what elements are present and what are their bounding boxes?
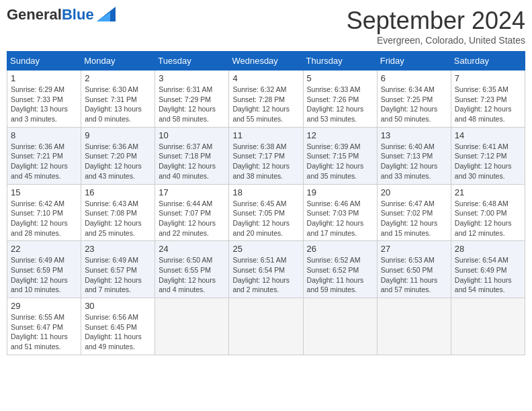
day-number: 6 [381,73,447,83]
calendar-week-row: 29Sunrise: 6:55 AM Sunset: 6:47 PM Dayli… [7,298,525,355]
logo-blue: Blue [62,6,94,23]
weekday-header: Wednesday [229,52,303,71]
day-info: Sunrise: 6:48 AM Sunset: 7:00 PM Dayligh… [455,199,521,238]
day-number: 28 [455,244,521,254]
day-number: 22 [11,244,77,254]
day-info: Sunrise: 6:36 AM Sunset: 7:20 PM Dayligh… [85,142,151,181]
day-info: Sunrise: 6:36 AM Sunset: 7:21 PM Dayligh… [11,142,77,181]
calendar-cell: 18Sunrise: 6:45 AM Sunset: 7:05 PM Dayli… [229,184,303,241]
day-info: Sunrise: 6:49 AM Sunset: 6:59 PM Dayligh… [11,255,77,295]
calendar-table: SundayMondayTuesdayWednesdayThursdayFrid… [7,51,525,355]
page-header: GeneralBlue September 2024 Evergreen, Co… [7,7,525,46]
calendar-cell [377,298,451,355]
weekday-header-row: SundayMondayTuesdayWednesdayThursdayFrid… [7,52,525,71]
calendar-cell: 26Sunrise: 6:52 AM Sunset: 6:52 PM Dayli… [303,241,377,298]
day-number: 17 [159,187,225,197]
calendar-cell [451,298,525,355]
calendar-cell: 23Sunrise: 6:49 AM Sunset: 6:57 PM Dayli… [81,241,155,298]
calendar-cell: 10Sunrise: 6:37 AM Sunset: 7:18 PM Dayli… [155,127,229,184]
day-number: 24 [159,244,225,254]
day-number: 19 [307,187,373,197]
day-info: Sunrise: 6:51 AM Sunset: 6:54 PM Dayligh… [232,255,299,295]
calendar-cell: 12Sunrise: 6:39 AM Sunset: 7:15 PM Dayli… [303,127,377,184]
calendar-cell: 29Sunrise: 6:55 AM Sunset: 6:47 PM Dayli… [7,298,81,355]
day-number: 29 [11,301,77,311]
day-info: Sunrise: 6:39 AM Sunset: 7:15 PM Dayligh… [307,142,373,181]
day-info: Sunrise: 6:37 AM Sunset: 7:18 PM Dayligh… [159,142,225,181]
day-info: Sunrise: 6:29 AM Sunset: 7:33 PM Dayligh… [11,85,77,124]
day-number: 9 [85,130,151,140]
calendar-cell: 1Sunrise: 6:29 AM Sunset: 7:33 PM Daylig… [7,71,81,128]
logo-icon [97,7,116,21]
day-number: 1 [11,73,77,83]
calendar-cell: 5Sunrise: 6:33 AM Sunset: 7:26 PM Daylig… [303,71,377,128]
day-info: Sunrise: 6:52 AM Sunset: 6:52 PM Dayligh… [307,255,373,295]
day-number: 27 [381,244,447,254]
day-info: Sunrise: 6:47 AM Sunset: 7:02 PM Dayligh… [381,199,447,238]
day-number: 20 [381,187,447,197]
calendar-cell: 13Sunrise: 6:40 AM Sunset: 7:13 PM Dayli… [377,127,451,184]
day-info: Sunrise: 6:41 AM Sunset: 7:12 PM Dayligh… [455,142,521,181]
calendar-cell: 11Sunrise: 6:38 AM Sunset: 7:17 PM Dayli… [229,127,303,184]
day-number: 10 [159,130,225,140]
calendar-week-row: 22Sunrise: 6:49 AM Sunset: 6:59 PM Dayli… [7,241,525,298]
day-info: Sunrise: 6:42 AM Sunset: 7:10 PM Dayligh… [11,199,77,238]
weekday-header: Tuesday [155,52,229,71]
calendar-cell: 28Sunrise: 6:54 AM Sunset: 6:49 PM Dayli… [451,241,525,298]
calendar-cell: 21Sunrise: 6:48 AM Sunset: 7:00 PM Dayli… [451,184,525,241]
calendar-cell: 24Sunrise: 6:50 AM Sunset: 6:55 PM Dayli… [155,241,229,298]
calendar-cell: 17Sunrise: 6:44 AM Sunset: 7:07 PM Dayli… [155,184,229,241]
day-number: 14 [455,130,521,140]
day-info: Sunrise: 6:43 AM Sunset: 7:08 PM Dayligh… [85,199,151,238]
day-info: Sunrise: 6:30 AM Sunset: 7:31 PM Dayligh… [85,85,151,124]
logo: GeneralBlue [7,7,116,23]
day-number: 11 [232,130,299,140]
day-info: Sunrise: 6:31 AM Sunset: 7:29 PM Dayligh… [159,85,225,124]
calendar-cell [229,298,303,355]
day-number: 21 [455,187,521,197]
day-info: Sunrise: 6:33 AM Sunset: 7:26 PM Dayligh… [307,85,373,124]
day-number: 3 [159,73,225,83]
calendar-cell: 9Sunrise: 6:36 AM Sunset: 7:20 PM Daylig… [81,127,155,184]
day-number: 15 [11,187,77,197]
calendar-cell: 30Sunrise: 6:56 AM Sunset: 6:45 PM Dayli… [81,298,155,355]
logo-text: GeneralBlue [7,7,94,23]
day-number: 16 [85,187,151,197]
day-number: 8 [11,130,77,140]
calendar-cell: 27Sunrise: 6:53 AM Sunset: 6:50 PM Dayli… [377,241,451,298]
day-number: 18 [232,187,299,197]
weekday-header: Thursday [303,52,377,71]
day-info: Sunrise: 6:49 AM Sunset: 6:57 PM Dayligh… [85,255,151,295]
day-info: Sunrise: 6:46 AM Sunset: 7:03 PM Dayligh… [307,199,373,238]
location-subtitle: Evergreen, Colorado, United States [347,35,525,46]
day-info: Sunrise: 6:56 AM Sunset: 6:45 PM Dayligh… [85,312,151,352]
weekday-header: Saturday [451,52,525,71]
day-info: Sunrise: 6:35 AM Sunset: 7:23 PM Dayligh… [455,85,521,124]
logo-general: General [7,6,62,23]
calendar-week-row: 15Sunrise: 6:42 AM Sunset: 7:10 PM Dayli… [7,184,525,241]
calendar-week-row: 1Sunrise: 6:29 AM Sunset: 7:33 PM Daylig… [7,71,525,128]
month-title: September 2024 [347,7,525,35]
day-info: Sunrise: 6:32 AM Sunset: 7:28 PM Dayligh… [232,85,299,124]
day-info: Sunrise: 6:55 AM Sunset: 6:47 PM Dayligh… [11,312,77,352]
day-number: 7 [455,73,521,83]
calendar-cell: 14Sunrise: 6:41 AM Sunset: 7:12 PM Dayli… [451,127,525,184]
weekday-header: Monday [81,52,155,71]
title-area: September 2024 Evergreen, Colorado, Unit… [347,7,525,46]
calendar-cell [155,298,229,355]
calendar-cell: 4Sunrise: 6:32 AM Sunset: 7:28 PM Daylig… [229,71,303,128]
weekday-header: Sunday [7,52,81,71]
day-info: Sunrise: 6:40 AM Sunset: 7:13 PM Dayligh… [381,142,447,181]
calendar-cell: 7Sunrise: 6:35 AM Sunset: 7:23 PM Daylig… [451,71,525,128]
day-number: 13 [381,130,447,140]
day-number: 12 [307,130,373,140]
day-info: Sunrise: 6:38 AM Sunset: 7:17 PM Dayligh… [232,142,299,181]
calendar-cell: 2Sunrise: 6:30 AM Sunset: 7:31 PM Daylig… [81,71,155,128]
day-number: 26 [307,244,373,254]
day-number: 23 [85,244,151,254]
calendar-week-row: 8Sunrise: 6:36 AM Sunset: 7:21 PM Daylig… [7,127,525,184]
day-number: 5 [307,73,373,83]
calendar-cell: 22Sunrise: 6:49 AM Sunset: 6:59 PM Dayli… [7,241,81,298]
day-info: Sunrise: 6:50 AM Sunset: 6:55 PM Dayligh… [159,255,225,295]
calendar-cell: 8Sunrise: 6:36 AM Sunset: 7:21 PM Daylig… [7,127,81,184]
